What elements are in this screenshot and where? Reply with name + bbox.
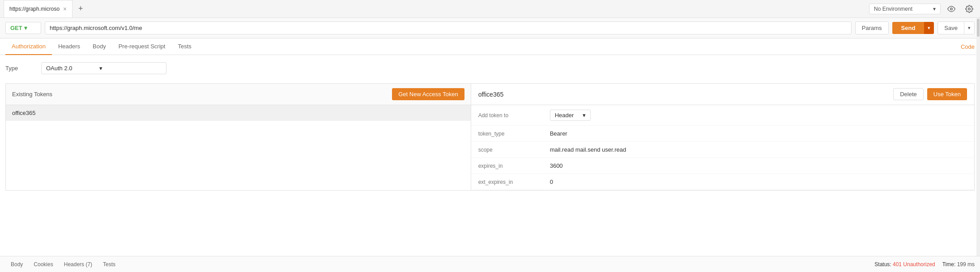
eye-icon[interactable] bbox=[944, 2, 959, 16]
get-new-access-token-button[interactable]: Get New Access Token bbox=[392, 88, 464, 100]
token-type-value: Bearer bbox=[550, 130, 567, 137]
send-dropdown-button[interactable]: ▾ bbox=[924, 22, 934, 34]
svg-point-0 bbox=[950, 8, 953, 10]
type-chevron-icon: ▾ bbox=[99, 65, 102, 72]
tab-body[interactable]: Body bbox=[86, 38, 112, 55]
url-bar: GET ▾ Params Send ▾ Save ▾ bbox=[0, 18, 980, 38]
save-dropdown-button[interactable]: ▾ bbox=[964, 22, 974, 34]
type-select[interactable]: OAuth 2.0 ▾ bbox=[41, 62, 166, 74]
tab-url-label: https://graph.microso bbox=[9, 6, 60, 12]
url-input[interactable] bbox=[45, 21, 852, 34]
token-item[interactable]: office365 bbox=[6, 105, 471, 121]
env-chevron-icon: ▾ bbox=[933, 6, 936, 12]
type-label: Type bbox=[5, 65, 32, 72]
tab-bar-right: No Environment ▾ bbox=[869, 2, 976, 16]
save-button-group: Save ▾ bbox=[937, 21, 975, 34]
tab-authorization[interactable]: Authorization bbox=[5, 38, 52, 55]
token-details-header: office365 Delete Use Token bbox=[471, 84, 974, 105]
tokens-panel: Existing Tokens Get New Access Token off… bbox=[5, 83, 471, 191]
method-selector[interactable]: GET ▾ bbox=[5, 22, 41, 34]
code-link[interactable]: Code bbox=[961, 43, 975, 50]
params-button[interactable]: Params bbox=[855, 21, 889, 34]
tab-close-icon[interactable]: × bbox=[63, 6, 67, 12]
tab-tests[interactable]: Tests bbox=[171, 38, 197, 55]
send-button[interactable]: Send bbox=[892, 22, 925, 34]
tab-pre-request-script[interactable]: Pre-request Script bbox=[112, 38, 172, 55]
add-token-to-select[interactable]: Header ▾ bbox=[550, 110, 591, 121]
add-token-to-label: Add token to bbox=[478, 112, 532, 119]
tokens-header: Existing Tokens Get New Access Token bbox=[6, 84, 471, 105]
request-tabs: Authorization Headers Body Pre-request S… bbox=[0, 38, 980, 55]
ext-expires-in-label: ext_expires_in bbox=[478, 179, 532, 185]
expires-in-label: expires_in bbox=[478, 163, 532, 169]
existing-tokens-label: Existing Tokens bbox=[12, 91, 52, 98]
ext-expires-in-value: 0 bbox=[550, 178, 553, 185]
env-label: No Environment bbox=[874, 6, 912, 12]
add-token-chevron-icon: ▾ bbox=[583, 112, 586, 119]
ext-expires-in-row: ext_expires_in 0 bbox=[471, 174, 974, 190]
scrollbar-thumb[interactable] bbox=[977, 19, 980, 37]
use-token-button[interactable]: Use Token bbox=[927, 88, 967, 100]
method-chevron-icon: ▾ bbox=[24, 25, 27, 31]
scrollbar[interactable] bbox=[976, 18, 980, 198]
expires-in-value: 3600 bbox=[550, 162, 563, 169]
scope-value: mail.read mail.send user.read bbox=[550, 146, 626, 153]
token-name-label: office365 bbox=[478, 91, 504, 98]
token-details-panel: office365 Delete Use Token Add token to … bbox=[471, 83, 975, 191]
add-token-to-row: Add token to Header ▾ bbox=[471, 105, 974, 126]
type-row: Type OAuth 2.0 ▾ bbox=[5, 62, 975, 74]
send-button-group: Send ▾ bbox=[892, 22, 934, 34]
scope-row: scope mail.read mail.send user.read bbox=[471, 142, 974, 158]
type-value: OAuth 2.0 bbox=[46, 65, 72, 72]
token-type-label: token_type bbox=[478, 131, 532, 137]
expires-in-row: expires_in 3600 bbox=[471, 158, 974, 174]
tab-bar: https://graph.microso × + No Environment… bbox=[0, 0, 980, 18]
scope-label: scope bbox=[478, 147, 532, 153]
new-tab-button[interactable]: + bbox=[74, 3, 87, 15]
environment-selector[interactable]: No Environment ▾ bbox=[869, 4, 941, 14]
content-area: Type OAuth 2.0 ▾ Existing Tokens Get New… bbox=[0, 55, 980, 198]
token-actions: Delete Use Token bbox=[893, 88, 967, 100]
svg-point-1 bbox=[968, 8, 971, 10]
tab-headers[interactable]: Headers bbox=[52, 38, 86, 55]
token-type-row: token_type Bearer bbox=[471, 126, 974, 142]
settings-icon[interactable] bbox=[962, 2, 976, 16]
save-button[interactable]: Save bbox=[938, 22, 964, 34]
method-label: GET bbox=[10, 25, 22, 31]
request-tab[interactable]: https://graph.microso × bbox=[4, 0, 72, 17]
add-token-to-value: Header bbox=[555, 112, 574, 119]
token-section: Existing Tokens Get New Access Token off… bbox=[5, 83, 975, 191]
delete-token-button[interactable]: Delete bbox=[893, 88, 924, 100]
